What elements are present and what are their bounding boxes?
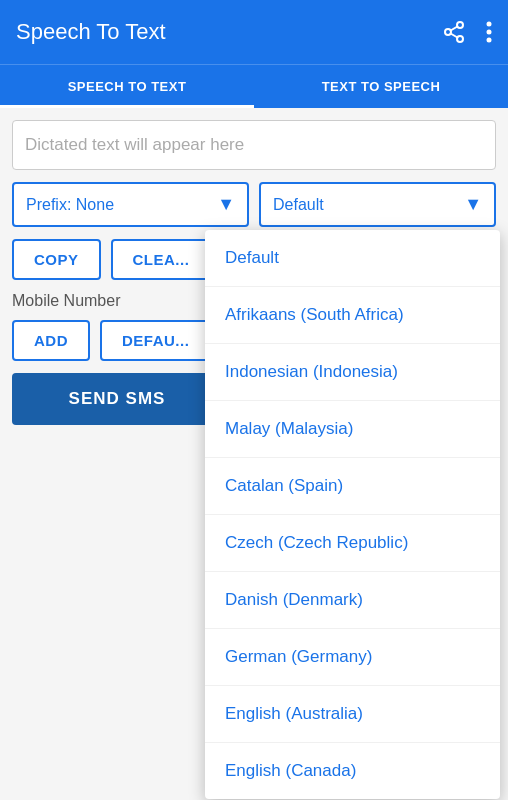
prefix-dropdown-label: Prefix: None — [26, 196, 114, 214]
tab-text-to-speech[interactable]: TEXT TO SPEECH — [254, 65, 508, 108]
language-dropdown[interactable]: Default ▼ — [259, 182, 496, 227]
language-dropdown-menu: Default Afrikaans (South Africa) Indones… — [205, 230, 500, 799]
copy-button[interactable]: COPY — [12, 239, 101, 280]
dropdown-item-english-ca[interactable]: English (Canada) — [205, 743, 500, 799]
prefix-dropdown-arrow: ▼ — [217, 194, 235, 215]
language-dropdown-arrow: ▼ — [464, 194, 482, 215]
default-button[interactable]: DEFAU... — [100, 320, 211, 361]
tab-bar: SPEECH TO TEXT TEXT TO SPEECH — [0, 64, 508, 108]
dropdown-item-danish[interactable]: Danish (Denmark) — [205, 572, 500, 629]
add-button[interactable]: ADD — [12, 320, 90, 361]
more-options-icon[interactable] — [486, 20, 492, 44]
svg-line-4 — [451, 27, 458, 31]
dictated-text-field[interactable]: Dictated text will appear here — [12, 120, 496, 170]
dropdown-item-catalan[interactable]: Catalan (Spain) — [205, 458, 500, 515]
share-icon[interactable] — [442, 20, 466, 44]
prefix-dropdown[interactable]: Prefix: None ▼ — [12, 182, 249, 227]
dropdown-item-afrikaans[interactable]: Afrikaans (South Africa) — [205, 287, 500, 344]
svg-point-6 — [487, 30, 492, 35]
dropdown-item-malay[interactable]: Malay (Malaysia) — [205, 401, 500, 458]
dropdown-item-czech[interactable]: Czech (Czech Republic) — [205, 515, 500, 572]
dropdown-item-indonesian[interactable]: Indonesian (Indonesia) — [205, 344, 500, 401]
app-title: Speech To Text — [16, 19, 166, 45]
dropdown-item-english-au[interactable]: English (Australia) — [205, 686, 500, 743]
svg-line-3 — [451, 34, 458, 38]
app-header: Speech To Text — [0, 0, 508, 64]
dropdowns-row: Prefix: None ▼ Default ▼ — [12, 182, 496, 227]
tab-speech-to-text[interactable]: SPEECH TO TEXT — [0, 65, 254, 108]
header-icons — [442, 20, 492, 44]
dropdown-item-german[interactable]: German (Germany) — [205, 629, 500, 686]
language-dropdown-label: Default — [273, 196, 324, 214]
svg-point-7 — [487, 38, 492, 43]
clear-button[interactable]: CLEA... — [111, 239, 212, 280]
dropdown-item-default[interactable]: Default — [205, 230, 500, 287]
send-sms-button[interactable]: SEND SMS — [12, 373, 222, 425]
svg-point-5 — [487, 22, 492, 27]
